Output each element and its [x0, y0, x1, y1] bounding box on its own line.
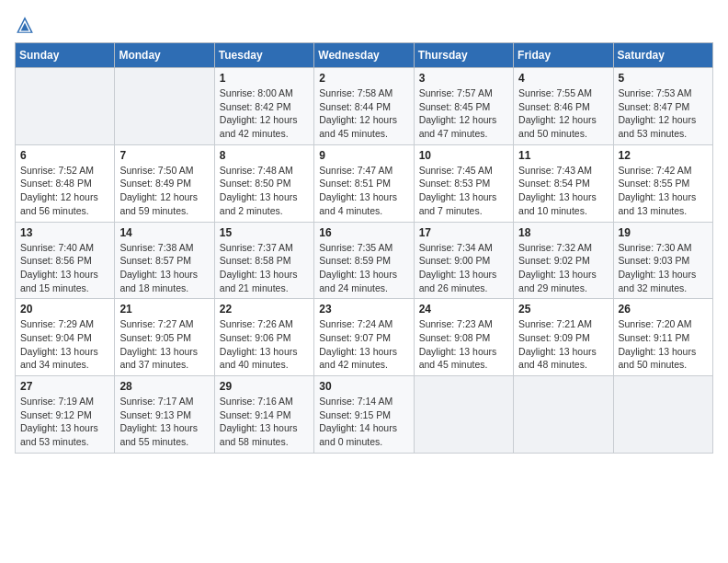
week-row-2: 6Sunrise: 7:52 AMSunset: 8:48 PMDaylight…: [16, 144, 713, 222]
day-info: Sunrise: 7:53 AM: [619, 86, 708, 100]
day-info: Sunset: 9:00 PM: [419, 254, 508, 268]
day-info: Daylight: 13 hours and 4 minutes.: [319, 190, 408, 217]
day-number: 27: [20, 380, 109, 393]
day-info: Sunrise: 7:40 AM: [20, 241, 109, 255]
calendar: SundayMondayTuesdayWednesdayThursdayFrid…: [15, 42, 713, 454]
day-number: 23: [319, 303, 408, 316]
day-info: Sunrise: 7:58 AM: [319, 86, 408, 100]
day-cell: 12Sunrise: 7:42 AMSunset: 8:55 PMDayligh…: [613, 144, 712, 222]
day-info: Daylight: 13 hours and 37 minutes.: [119, 345, 209, 372]
day-number: 21: [119, 303, 209, 316]
day-cell: 5Sunrise: 7:53 AMSunset: 8:47 PMDaylight…: [613, 68, 712, 145]
day-info: Sunset: 8:53 PM: [419, 177, 508, 190]
day-info: Daylight: 13 hours and 50 minutes.: [619, 345, 708, 372]
day-info: Daylight: 13 hours and 48 minutes.: [518, 345, 608, 372]
day-info: Sunrise: 7:30 AM: [619, 241, 708, 255]
day-cell: 8Sunrise: 7:48 AMSunset: 8:50 PMDaylight…: [214, 144, 313, 222]
day-info: Daylight: 13 hours and 42 minutes.: [319, 345, 408, 372]
day-info: Daylight: 13 hours and 10 minutes.: [518, 190, 608, 217]
day-info: Sunrise: 7:47 AM: [319, 164, 408, 178]
day-cell: 9Sunrise: 7:47 AMSunset: 8:51 PMDaylight…: [314, 144, 414, 222]
day-cell: 4Sunrise: 7:55 AMSunset: 8:46 PMDaylight…: [514, 68, 613, 145]
day-cell: [414, 376, 513, 454]
day-cell: 2Sunrise: 7:58 AMSunset: 8:44 PMDaylight…: [314, 68, 414, 145]
day-cell: 26Sunrise: 7:20 AMSunset: 9:11 PMDayligh…: [613, 299, 712, 376]
day-cell: [514, 376, 613, 454]
day-info: Sunset: 8:56 PM: [20, 254, 109, 268]
day-info: Daylight: 13 hours and 34 minutes.: [20, 345, 109, 372]
day-cell: 29Sunrise: 7:16 AMSunset: 9:14 PMDayligh…: [214, 376, 313, 454]
day-info: Daylight: 13 hours and 2 minutes.: [220, 190, 309, 217]
day-cell: 22Sunrise: 7:26 AMSunset: 9:06 PMDayligh…: [214, 299, 313, 376]
day-cell: 25Sunrise: 7:21 AMSunset: 9:09 PMDayligh…: [514, 299, 613, 376]
day-cell: 27Sunrise: 7:19 AMSunset: 9:12 PMDayligh…: [16, 376, 115, 454]
day-info: Sunset: 8:48 PM: [20, 177, 109, 190]
day-info: Daylight: 14 hours and 0 minutes.: [319, 421, 408, 448]
day-cell: 24Sunrise: 7:23 AMSunset: 9:08 PMDayligh…: [414, 299, 513, 376]
day-info: Daylight: 12 hours and 59 minutes.: [119, 190, 209, 217]
day-info: Sunset: 9:11 PM: [619, 331, 708, 345]
day-info: Daylight: 13 hours and 13 minutes.: [619, 190, 708, 217]
day-info: Sunrise: 7:35 AM: [319, 241, 408, 255]
day-cell: 7Sunrise: 7:50 AMSunset: 8:49 PMDaylight…: [115, 144, 214, 222]
day-info: Sunrise: 7:20 AM: [619, 317, 708, 331]
day-number: 8: [220, 149, 309, 162]
day-cell: 28Sunrise: 7:17 AMSunset: 9:13 PMDayligh…: [115, 376, 214, 454]
week-row-4: 20Sunrise: 7:29 AMSunset: 9:04 PMDayligh…: [16, 299, 713, 376]
day-info: Daylight: 12 hours and 50 minutes.: [518, 113, 608, 140]
day-number: 19: [619, 226, 708, 239]
day-number: 2: [319, 72, 408, 85]
day-cell: 11Sunrise: 7:43 AMSunset: 8:54 PMDayligh…: [514, 144, 613, 222]
day-cell: [115, 68, 214, 145]
calendar-header: SundayMondayTuesdayWednesdayThursdayFrid…: [16, 43, 713, 68]
day-info: Sunrise: 7:48 AM: [220, 164, 309, 178]
day-number: 29: [220, 380, 309, 393]
day-cell: 6Sunrise: 7:52 AMSunset: 8:48 PMDaylight…: [16, 144, 115, 222]
day-info: Sunset: 8:47 PM: [619, 100, 708, 114]
day-info: Sunrise: 7:37 AM: [220, 241, 309, 255]
day-info: Daylight: 13 hours and 18 minutes.: [119, 268, 209, 294]
day-cell: [613, 376, 712, 454]
day-info: Sunrise: 7:52 AM: [20, 164, 109, 178]
day-info: Sunset: 9:06 PM: [220, 331, 309, 345]
day-info: Daylight: 12 hours and 45 minutes.: [319, 113, 408, 140]
day-number: 30: [319, 380, 408, 393]
day-cell: 1Sunrise: 8:00 AMSunset: 8:42 PMDaylight…: [214, 68, 313, 145]
weekday-header-monday: Monday: [115, 43, 214, 68]
day-info: Sunset: 8:55 PM: [619, 177, 708, 190]
day-cell: 3Sunrise: 7:57 AMSunset: 8:45 PMDaylight…: [414, 68, 513, 145]
day-info: Daylight: 13 hours and 15 minutes.: [20, 268, 109, 294]
day-info: Sunrise: 7:23 AM: [419, 317, 508, 331]
day-info: Daylight: 12 hours and 47 minutes.: [419, 113, 508, 140]
calendar-body: 1Sunrise: 8:00 AMSunset: 8:42 PMDaylight…: [16, 68, 713, 454]
day-number: 13: [20, 226, 109, 239]
week-row-5: 27Sunrise: 7:19 AMSunset: 9:12 PMDayligh…: [16, 376, 713, 454]
day-number: 26: [619, 303, 708, 316]
day-info: Daylight: 13 hours and 21 minutes.: [220, 268, 309, 294]
day-info: Daylight: 13 hours and 26 minutes.: [419, 268, 508, 294]
day-info: Sunset: 8:58 PM: [220, 254, 309, 268]
day-info: Daylight: 12 hours and 42 minutes.: [220, 113, 309, 140]
day-number: 10: [419, 149, 508, 162]
day-info: Daylight: 13 hours and 58 minutes.: [220, 421, 309, 448]
day-info: Sunrise: 7:21 AM: [518, 317, 608, 331]
day-number: 3: [419, 72, 508, 85]
day-cell: 14Sunrise: 7:38 AMSunset: 8:57 PMDayligh…: [115, 222, 214, 299]
day-info: Sunset: 8:54 PM: [518, 177, 608, 190]
day-info: Sunrise: 7:32 AM: [518, 241, 608, 255]
day-cell: 15Sunrise: 7:37 AMSunset: 8:58 PMDayligh…: [214, 222, 313, 299]
day-info: Sunrise: 7:55 AM: [518, 86, 608, 100]
day-number: 14: [119, 226, 209, 239]
day-info: Daylight: 12 hours and 53 minutes.: [619, 113, 708, 140]
day-info: Sunset: 9:04 PM: [20, 331, 109, 345]
day-number: 6: [20, 149, 109, 162]
day-cell: 20Sunrise: 7:29 AMSunset: 9:04 PMDayligh…: [16, 299, 115, 376]
day-info: Sunrise: 7:14 AM: [319, 395, 408, 408]
day-cell: [16, 68, 115, 145]
week-row-3: 13Sunrise: 7:40 AMSunset: 8:56 PMDayligh…: [16, 222, 713, 299]
day-cell: 21Sunrise: 7:27 AMSunset: 9:05 PMDayligh…: [115, 299, 214, 376]
day-info: Sunrise: 7:26 AM: [220, 317, 309, 331]
logo: [15, 15, 39, 35]
day-number: 15: [220, 226, 309, 239]
day-number: 25: [518, 303, 608, 316]
